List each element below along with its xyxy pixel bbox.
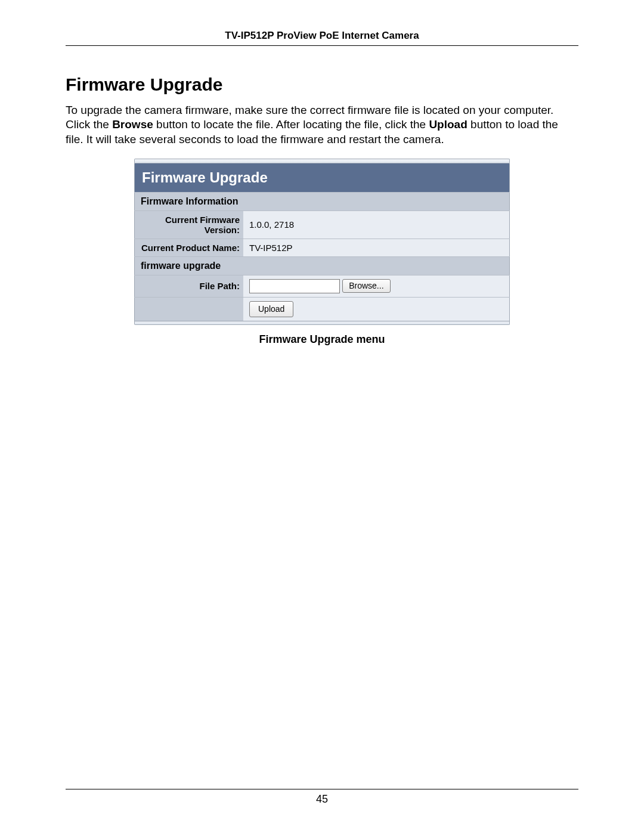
panel-top-bar <box>134 159 510 163</box>
para-text-c: button to locate the file. After locatin… <box>153 118 429 131</box>
para-bold-browse: Browse <box>112 118 153 131</box>
running-header: TV-IP512P ProView PoE Internet Camera <box>66 30 578 45</box>
product-value: TV-IP512P <box>243 239 510 256</box>
page-footer: 45 <box>66 789 578 806</box>
firmware-table: Firmware Upgrade Firmware Information Cu… <box>134 163 510 321</box>
para-bold-upload: Upload <box>429 118 467 131</box>
footer-rule <box>66 789 578 789</box>
file-path-input[interactable] <box>249 279 340 293</box>
firmware-panel: Firmware Upgrade Firmware Information Cu… <box>134 159 510 325</box>
panel-bottom-bar <box>134 321 510 325</box>
file-path-label: File Path: <box>135 275 244 297</box>
upload-button[interactable]: Upload <box>249 301 293 317</box>
upload-row-spacer <box>135 297 244 321</box>
version-label: Current Firmware Version: <box>135 210 244 239</box>
product-label: Current Product Name: <box>135 239 244 256</box>
browse-button[interactable]: Browse... <box>342 279 390 293</box>
intro-paragraph: To upgrade the camera firmware, make sur… <box>66 103 578 147</box>
section-heading: Firmware Upgrade <box>66 75 578 95</box>
panel-title: Firmware Upgrade <box>135 163 510 192</box>
firmware-info-section: Firmware Information <box>135 192 510 210</box>
figure-caption: Firmware Upgrade menu <box>66 333 578 346</box>
firmware-upgrade-section: firmware upgrade <box>135 256 510 275</box>
header-rule <box>66 45 578 46</box>
version-value: 1.0.0, 2718 <box>243 210 510 239</box>
page-number: 45 <box>66 793 578 806</box>
